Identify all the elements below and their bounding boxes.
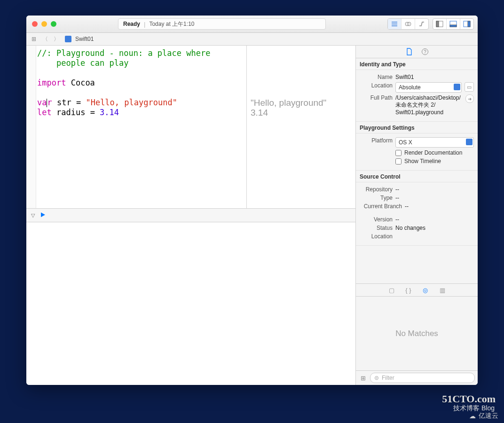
toggle-navigator-button[interactable] (433, 19, 447, 29)
library-empty-label: No Matches (356, 297, 478, 370)
activity-status: Ready | Today at 上午1:10 (118, 18, 326, 30)
back-button[interactable]: 〈 (40, 34, 50, 44)
gutter (26, 46, 36, 208)
editor-mode-group (387, 18, 429, 30)
svg-rect-5 (450, 25, 457, 27)
assistant-editor-button[interactable] (402, 19, 415, 29)
object-library-tab[interactable]: ◎ (421, 286, 430, 294)
zoom-window-button[interactable] (51, 21, 56, 27)
result-line-1: "Hello, playground" (251, 98, 352, 108)
watermark-yisu: ☁ 亿速云 (469, 412, 498, 420)
render-documentation-checkbox[interactable]: Render Documentation (395, 149, 462, 156)
scm-section-title: Source Control (356, 171, 478, 182)
reveal-in-finder-button[interactable]: ➜ (465, 94, 474, 103)
grid-view-icon[interactable]: ⊞ (359, 374, 367, 382)
toggle-debug-button[interactable] (447, 19, 460, 29)
code-snippet-library-tab[interactable]: { } (404, 286, 413, 294)
view-toggles-group (433, 18, 474, 30)
choose-location-button[interactable]: ▭ (465, 82, 474, 92)
identity-section: Name Swift01 Location Absolute ▭ Full Pa… (356, 70, 478, 122)
related-items-icon[interactable]: ⊞ (29, 36, 39, 42)
platform-select[interactable]: OS X (395, 137, 474, 148)
filter-icon: ⊜ (374, 375, 379, 381)
status-text: Ready (123, 21, 140, 27)
library-filter-input[interactable]: ⊜ Filter (370, 373, 475, 383)
watermark-51cto: 51CTO.com (442, 393, 496, 405)
full-path-value: /Users/caishaozi/Desktop/ 未命名文件夹 2/ Swif… (395, 94, 463, 116)
identity-section-title: Identity and Type (356, 58, 478, 70)
chevron-down-icon (466, 139, 472, 145)
svg-rect-3 (436, 21, 439, 27)
svg-rect-7 (468, 21, 470, 27)
playground-section-title: Playground Settings (356, 122, 478, 133)
result-line-2: 3.14 (251, 108, 352, 118)
scm-section: Repository-- Type-- Current Branch-- Ver… (356, 182, 478, 246)
titlebar: Ready | Today at 上午1:10 (26, 16, 478, 33)
chevron-down-icon (454, 84, 460, 90)
svg-text:?: ? (424, 49, 426, 55)
console-toggle-icon[interactable]: ▽ (31, 212, 35, 219)
close-window-button[interactable] (32, 21, 38, 27)
playground-section: Platform OS X Render Documentation (356, 133, 478, 171)
run-playground-button[interactable] (39, 212, 46, 219)
inspector-panel: ? Identity and Type Name Swift01 Locatio… (356, 46, 478, 385)
status-timestamp: Today at 上午1:10 (149, 20, 194, 28)
swift-file-icon (65, 36, 71, 42)
forward-button[interactable]: 〉 (52, 34, 61, 44)
library-bottom-bar: ⊞ ⊜ Filter (356, 370, 478, 385)
xcode-window: Ready | Today at 上午1:10 (26, 16, 478, 385)
results-sidebar: "Hello, playground" 3.14 (246, 46, 355, 208)
toggle-inspector-button[interactable] (460, 19, 473, 29)
console-output[interactable] (26, 222, 355, 385)
standard-editor-button[interactable] (388, 19, 402, 29)
file-template-library-tab[interactable]: ▢ (387, 286, 396, 294)
quick-help-tab[interactable]: ? (421, 48, 429, 55)
library-tabs: ▢ { } ◎ ▥ (356, 283, 478, 297)
minimize-window-button[interactable] (41, 21, 47, 27)
editor-column: //: Playground - noun: a place where peo… (26, 46, 356, 385)
traffic-lights (32, 21, 56, 27)
location-select[interactable]: Absolute (395, 82, 462, 93)
show-timeline-checkbox[interactable]: Show Timeline (395, 158, 441, 164)
name-field[interactable]: Swift01 (395, 74, 474, 80)
debug-bar: ▽ (26, 208, 355, 222)
jump-bar: ⊞ 〈 〉 Swift01 (26, 33, 478, 46)
code-editor[interactable]: //: Playground - noun: a place where peo… (36, 46, 246, 208)
inspector-tabs: ? (356, 46, 478, 58)
file-name[interactable]: Swift01 (75, 36, 94, 42)
version-editor-button[interactable] (415, 19, 428, 29)
media-library-tab[interactable]: ▥ (438, 286, 447, 294)
cloud-icon: ☁ (469, 412, 476, 420)
file-inspector-tab[interactable] (405, 48, 413, 55)
